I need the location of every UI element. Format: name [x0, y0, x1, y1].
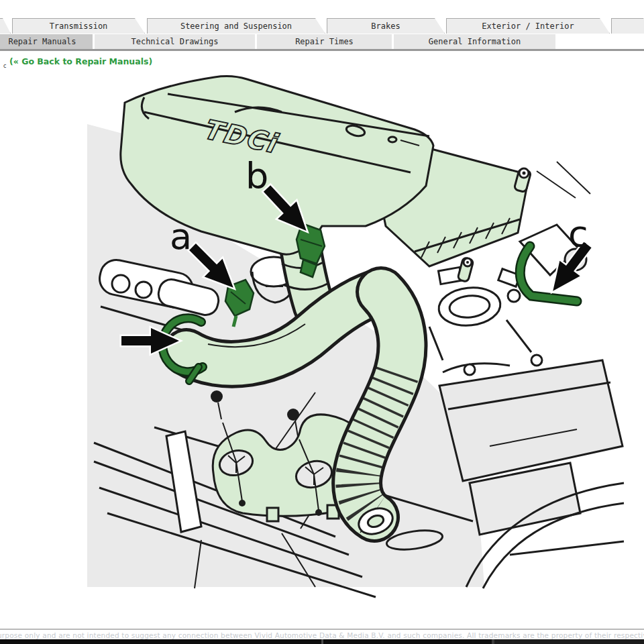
engine-diagram-svg: TDCi a b c	[0, 70, 644, 627]
tab-partial-right[interactable]	[611, 18, 644, 34]
callout-label-c: c	[568, 213, 588, 255]
tab-brakes[interactable]: Brakes	[327, 18, 445, 34]
tab-exterior-interior[interactable]: Exterior / Interior	[446, 18, 610, 34]
engine-diagram: TDCi a b c	[0, 70, 644, 627]
tab-steering-and-suspension[interactable]: Steering and Suspension	[147, 18, 325, 34]
callout-label-a: a	[170, 215, 192, 258]
go-back-to-repair-manuals-link[interactable]: (« Go Back to Repair Manuals)	[9, 56, 152, 66]
tab-technical-drawings[interactable]: Technical Drawings	[95, 34, 255, 49]
tab-repair-manuals[interactable]: Repair Manuals	[0, 34, 93, 49]
disclaimer-text: urpose only and are not intended to sugg…	[0, 631, 644, 639]
bottom-bar-segment	[494, 639, 644, 644]
tab-partial-left[interactable]	[0, 18, 11, 34]
bottom-window-edge	[0, 639, 644, 644]
tab-repair-times[interactable]: Repair Times	[257, 34, 392, 49]
bottom-bar-segment	[321, 639, 323, 644]
tab-transmission[interactable]: Transmission	[12, 18, 145, 34]
clipped-text-fragment: c	[3, 63, 6, 69]
battery-tray	[439, 360, 623, 481]
tabbar-divider	[0, 49, 644, 51]
callout-label-b: b	[246, 155, 268, 197]
footer-divider	[0, 629, 644, 630]
tab-general-information[interactable]: General Information	[394, 34, 555, 49]
